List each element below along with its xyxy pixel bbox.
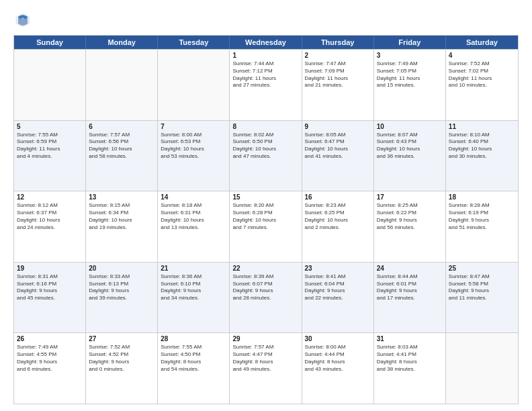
day-cell-empty: [446, 333, 518, 404]
day-cell-8: 8Sunrise: 8:02 AM Sunset: 6:50 PM Daylig…: [230, 121, 302, 191]
week-row-1: 1Sunrise: 7:44 AM Sunset: 7:12 PM Daylig…: [14, 49, 518, 120]
cell-info-text: Sunrise: 8:47 AM Sunset: 5:58 PM Dayligh…: [449, 273, 515, 302]
day-cell-4: 4Sunrise: 7:52 AM Sunset: 7:02 PM Daylig…: [446, 50, 518, 120]
logo: [13, 11, 35, 30]
day-cell-18: 18Sunrise: 8:28 AM Sunset: 6:19 PM Dayli…: [446, 191, 518, 262]
header-day-tuesday: Tuesday: [158, 36, 230, 49]
cell-info-text: Sunrise: 8:15 AM Sunset: 6:34 PM Dayligh…: [89, 202, 154, 231]
cell-info-text: Sunrise: 8:23 AM Sunset: 6:25 PM Dayligh…: [305, 202, 371, 231]
cell-info-text: Sunrise: 8:44 AM Sunset: 6:01 PM Dayligh…: [377, 273, 443, 302]
cell-date-number: 10: [377, 123, 443, 130]
day-cell-7: 7Sunrise: 8:00 AM Sunset: 6:53 PM Daylig…: [158, 121, 230, 191]
header: [13, 11, 519, 30]
day-cell-9: 9Sunrise: 8:05 AM Sunset: 6:47 PM Daylig…: [302, 121, 374, 191]
header-day-sunday: Sunday: [14, 36, 86, 49]
day-cell-24: 24Sunrise: 8:44 AM Sunset: 6:01 PM Dayli…: [374, 263, 446, 333]
header-day-wednesday: Wednesday: [230, 36, 302, 49]
day-cell-11: 11Sunrise: 8:10 AM Sunset: 6:40 PM Dayli…: [446, 121, 518, 191]
day-cell-23: 23Sunrise: 8:41 AM Sunset: 6:04 PM Dayli…: [302, 263, 374, 333]
day-cell-13: 13Sunrise: 8:15 AM Sunset: 6:34 PM Dayli…: [86, 191, 158, 262]
header-day-friday: Friday: [374, 36, 446, 49]
cell-info-text: Sunrise: 8:03 AM Sunset: 4:41 PM Dayligh…: [377, 344, 443, 373]
cell-date-number: 23: [305, 265, 371, 272]
day-cell-21: 21Sunrise: 8:36 AM Sunset: 6:10 PM Dayli…: [158, 263, 230, 333]
day-cell-10: 10Sunrise: 8:07 AM Sunset: 6:43 PM Dayli…: [374, 121, 446, 191]
cell-date-number: 13: [89, 193, 154, 201]
cell-date-number: 24: [377, 265, 443, 272]
cell-info-text: Sunrise: 8:28 AM Sunset: 6:19 PM Dayligh…: [449, 202, 515, 231]
cell-info-text: Sunrise: 8:00 AM Sunset: 6:53 PM Dayligh…: [161, 132, 226, 161]
day-cell-12: 12Sunrise: 8:12 AM Sunset: 6:37 PM Dayli…: [14, 191, 86, 262]
day-cell-3: 3Sunrise: 7:49 AM Sunset: 7:05 PM Daylig…: [374, 50, 446, 120]
cell-info-text: Sunrise: 8:07 AM Sunset: 6:43 PM Dayligh…: [377, 132, 443, 161]
day-cell-empty: [86, 50, 158, 120]
cell-date-number: 25: [449, 265, 515, 272]
cell-date-number: 12: [17, 193, 83, 201]
cell-info-text: Sunrise: 8:05 AM Sunset: 6:47 PM Dayligh…: [305, 132, 371, 161]
cell-date-number: 8: [232, 123, 298, 130]
cell-info-text: Sunrise: 7:44 AM Sunset: 7:12 PM Dayligh…: [232, 60, 298, 89]
logo-icon: [13, 11, 32, 30]
calendar-header: SundayMondayTuesdayWednesdayThursdayFrid…: [14, 36, 518, 49]
calendar-body: 1Sunrise: 7:44 AM Sunset: 7:12 PM Daylig…: [14, 49, 518, 404]
day-cell-19: 19Sunrise: 8:31 AM Sunset: 6:16 PM Dayli…: [14, 263, 86, 333]
cell-info-text: Sunrise: 7:49 AM Sunset: 7:05 PM Dayligh…: [377, 60, 443, 89]
cell-info-text: Sunrise: 8:39 AM Sunset: 6:07 PM Dayligh…: [232, 273, 298, 302]
cell-info-text: Sunrise: 7:52 AM Sunset: 7:02 PM Dayligh…: [449, 60, 515, 89]
cell-date-number: 14: [161, 193, 226, 201]
cell-info-text: Sunrise: 8:31 AM Sunset: 6:16 PM Dayligh…: [17, 273, 83, 302]
week-row-3: 12Sunrise: 8:12 AM Sunset: 6:37 PM Dayli…: [14, 191, 518, 262]
cell-info-text: Sunrise: 8:41 AM Sunset: 6:04 PM Dayligh…: [305, 273, 371, 302]
cell-date-number: 18: [449, 193, 515, 201]
day-cell-empty: [158, 50, 230, 120]
cell-date-number: 3: [377, 52, 443, 59]
day-cell-14: 14Sunrise: 8:18 AM Sunset: 6:31 PM Dayli…: [158, 191, 230, 262]
day-cell-5: 5Sunrise: 7:55 AM Sunset: 6:59 PM Daylig…: [14, 121, 86, 191]
cell-date-number: 1: [232, 52, 298, 59]
cell-date-number: 31: [377, 335, 443, 342]
cell-info-text: Sunrise: 8:00 AM Sunset: 4:44 PM Dayligh…: [305, 344, 371, 373]
cell-date-number: 26: [17, 335, 83, 342]
header-day-thursday: Thursday: [302, 36, 374, 49]
cell-date-number: 16: [305, 193, 371, 201]
cell-date-number: 28: [161, 335, 226, 342]
day-cell-16: 16Sunrise: 8:23 AM Sunset: 6:25 PM Dayli…: [302, 191, 374, 262]
page: SundayMondayTuesdayWednesdayThursdayFrid…: [0, 0, 532, 411]
cell-date-number: 15: [232, 193, 298, 201]
header-day-saturday: Saturday: [446, 36, 518, 49]
day-cell-28: 28Sunrise: 7:55 AM Sunset: 4:50 PM Dayli…: [158, 333, 230, 404]
cell-info-text: Sunrise: 8:36 AM Sunset: 6:10 PM Dayligh…: [161, 273, 226, 302]
calendar: SundayMondayTuesdayWednesdayThursdayFrid…: [13, 35, 519, 404]
week-row-4: 19Sunrise: 8:31 AM Sunset: 6:16 PM Dayli…: [14, 262, 518, 333]
cell-date-number: 22: [232, 265, 298, 272]
cell-info-text: Sunrise: 7:52 AM Sunset: 4:52 PM Dayligh…: [89, 344, 154, 373]
day-cell-25: 25Sunrise: 8:47 AM Sunset: 5:58 PM Dayli…: [446, 263, 518, 333]
cell-date-number: 5: [17, 123, 83, 130]
cell-date-number: 19: [17, 265, 83, 272]
cell-date-number: 21: [161, 265, 226, 272]
cell-info-text: Sunrise: 8:18 AM Sunset: 6:31 PM Dayligh…: [161, 202, 226, 231]
day-cell-2: 2Sunrise: 7:47 AM Sunset: 7:09 PM Daylig…: [302, 50, 374, 120]
cell-date-number: 6: [89, 123, 154, 130]
week-row-5: 26Sunrise: 7:49 AM Sunset: 4:55 PM Dayli…: [14, 332, 518, 404]
cell-date-number: 2: [305, 52, 371, 59]
cell-date-number: 4: [449, 52, 515, 59]
cell-date-number: 20: [89, 265, 154, 272]
cell-info-text: Sunrise: 8:20 AM Sunset: 6:28 PM Dayligh…: [232, 202, 298, 231]
day-cell-22: 22Sunrise: 8:39 AM Sunset: 6:07 PM Dayli…: [230, 263, 302, 333]
cell-info-text: Sunrise: 7:49 AM Sunset: 4:55 PM Dayligh…: [17, 344, 83, 373]
week-row-2: 5Sunrise: 7:55 AM Sunset: 6:59 PM Daylig…: [14, 120, 518, 191]
day-cell-20: 20Sunrise: 8:33 AM Sunset: 6:13 PM Dayli…: [86, 263, 158, 333]
cell-info-text: Sunrise: 8:02 AM Sunset: 6:50 PM Dayligh…: [232, 132, 298, 161]
cell-date-number: 29: [232, 335, 298, 342]
cell-info-text: Sunrise: 8:33 AM Sunset: 6:13 PM Dayligh…: [89, 273, 154, 302]
cell-date-number: 11: [449, 123, 515, 130]
cell-info-text: Sunrise: 7:55 AM Sunset: 6:59 PM Dayligh…: [17, 132, 83, 161]
cell-info-text: Sunrise: 7:57 AM Sunset: 4:47 PM Dayligh…: [232, 344, 298, 373]
day-cell-29: 29Sunrise: 7:57 AM Sunset: 4:47 PM Dayli…: [230, 333, 302, 404]
day-cell-1: 1Sunrise: 7:44 AM Sunset: 7:12 PM Daylig…: [230, 50, 302, 120]
cell-info-text: Sunrise: 7:57 AM Sunset: 6:56 PM Dayligh…: [89, 132, 154, 161]
header-day-monday: Monday: [86, 36, 158, 49]
day-cell-30: 30Sunrise: 8:00 AM Sunset: 4:44 PM Dayli…: [302, 333, 374, 404]
cell-info-text: Sunrise: 8:25 AM Sunset: 6:22 PM Dayligh…: [377, 202, 443, 231]
